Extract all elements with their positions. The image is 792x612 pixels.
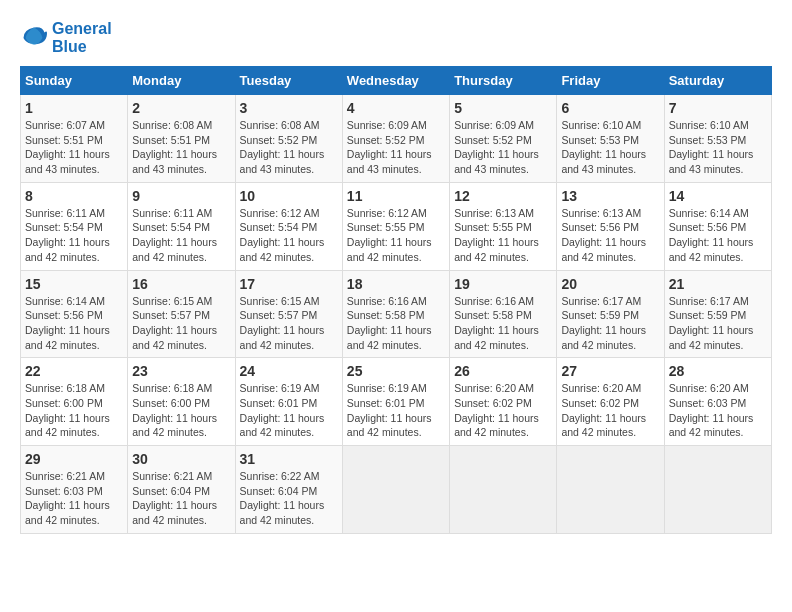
day-info: Sunrise: 6:15 AM Sunset: 5:57 PM Dayligh… (132, 294, 230, 353)
day-number: 20 (561, 276, 659, 292)
day-number: 16 (132, 276, 230, 292)
calendar-week-row: 22 Sunrise: 6:18 AM Sunset: 6:00 PM Dayl… (21, 358, 772, 446)
day-number: 2 (132, 100, 230, 116)
calendar-cell: 29 Sunrise: 6:21 AM Sunset: 6:03 PM Dayl… (21, 446, 128, 534)
day-info: Sunrise: 6:13 AM Sunset: 5:55 PM Dayligh… (454, 206, 552, 265)
page-header: General Blue (20, 20, 772, 56)
day-number: 10 (240, 188, 338, 204)
calendar-cell: 21 Sunrise: 6:17 AM Sunset: 5:59 PM Dayl… (664, 270, 771, 358)
day-number: 31 (240, 451, 338, 467)
calendar-cell: 18 Sunrise: 6:16 AM Sunset: 5:58 PM Dayl… (342, 270, 449, 358)
calendar-cell: 26 Sunrise: 6:20 AM Sunset: 6:02 PM Dayl… (450, 358, 557, 446)
calendar-cell (342, 446, 449, 534)
day-number: 17 (240, 276, 338, 292)
day-info: Sunrise: 6:12 AM Sunset: 5:54 PM Dayligh… (240, 206, 338, 265)
weekday-header-friday: Friday (557, 67, 664, 95)
calendar-table: SundayMondayTuesdayWednesdayThursdayFrid… (20, 66, 772, 534)
day-info: Sunrise: 6:18 AM Sunset: 6:00 PM Dayligh… (132, 381, 230, 440)
day-number: 22 (25, 363, 123, 379)
day-number: 6 (561, 100, 659, 116)
calendar-cell: 12 Sunrise: 6:13 AM Sunset: 5:55 PM Dayl… (450, 182, 557, 270)
calendar-week-row: 15 Sunrise: 6:14 AM Sunset: 5:56 PM Dayl… (21, 270, 772, 358)
calendar-cell: 6 Sunrise: 6:10 AM Sunset: 5:53 PM Dayli… (557, 95, 664, 183)
weekday-header-monday: Monday (128, 67, 235, 95)
calendar-cell: 28 Sunrise: 6:20 AM Sunset: 6:03 PM Dayl… (664, 358, 771, 446)
day-info: Sunrise: 6:20 AM Sunset: 6:02 PM Dayligh… (561, 381, 659, 440)
day-number: 26 (454, 363, 552, 379)
calendar-cell (664, 446, 771, 534)
calendar-cell: 16 Sunrise: 6:15 AM Sunset: 5:57 PM Dayl… (128, 270, 235, 358)
day-number: 21 (669, 276, 767, 292)
day-number: 3 (240, 100, 338, 116)
day-info: Sunrise: 6:15 AM Sunset: 5:57 PM Dayligh… (240, 294, 338, 353)
day-number: 13 (561, 188, 659, 204)
day-info: Sunrise: 6:20 AM Sunset: 6:03 PM Dayligh… (669, 381, 767, 440)
calendar-week-row: 1 Sunrise: 6:07 AM Sunset: 5:51 PM Dayli… (21, 95, 772, 183)
day-info: Sunrise: 6:09 AM Sunset: 5:52 PM Dayligh… (347, 118, 445, 177)
weekday-header-sunday: Sunday (21, 67, 128, 95)
day-number: 5 (454, 100, 552, 116)
day-info: Sunrise: 6:21 AM Sunset: 6:03 PM Dayligh… (25, 469, 123, 528)
calendar-cell: 8 Sunrise: 6:11 AM Sunset: 5:54 PM Dayli… (21, 182, 128, 270)
calendar-cell: 1 Sunrise: 6:07 AM Sunset: 5:51 PM Dayli… (21, 95, 128, 183)
day-number: 28 (669, 363, 767, 379)
day-info: Sunrise: 6:08 AM Sunset: 5:52 PM Dayligh… (240, 118, 338, 177)
day-number: 24 (240, 363, 338, 379)
day-info: Sunrise: 6:17 AM Sunset: 5:59 PM Dayligh… (669, 294, 767, 353)
day-info: Sunrise: 6:08 AM Sunset: 5:51 PM Dayligh… (132, 118, 230, 177)
day-info: Sunrise: 6:19 AM Sunset: 6:01 PM Dayligh… (240, 381, 338, 440)
weekday-header-tuesday: Tuesday (235, 67, 342, 95)
calendar-cell: 20 Sunrise: 6:17 AM Sunset: 5:59 PM Dayl… (557, 270, 664, 358)
day-info: Sunrise: 6:11 AM Sunset: 5:54 PM Dayligh… (25, 206, 123, 265)
day-info: Sunrise: 6:21 AM Sunset: 6:04 PM Dayligh… (132, 469, 230, 528)
calendar-cell: 10 Sunrise: 6:12 AM Sunset: 5:54 PM Dayl… (235, 182, 342, 270)
day-info: Sunrise: 6:12 AM Sunset: 5:55 PM Dayligh… (347, 206, 445, 265)
logo-icon (20, 24, 48, 52)
calendar-cell (557, 446, 664, 534)
day-number: 23 (132, 363, 230, 379)
calendar-week-row: 29 Sunrise: 6:21 AM Sunset: 6:03 PM Dayl… (21, 446, 772, 534)
weekday-header-thursday: Thursday (450, 67, 557, 95)
day-number: 7 (669, 100, 767, 116)
calendar-cell: 9 Sunrise: 6:11 AM Sunset: 5:54 PM Dayli… (128, 182, 235, 270)
calendar-cell: 23 Sunrise: 6:18 AM Sunset: 6:00 PM Dayl… (128, 358, 235, 446)
day-number: 25 (347, 363, 445, 379)
calendar-cell: 15 Sunrise: 6:14 AM Sunset: 5:56 PM Dayl… (21, 270, 128, 358)
day-number: 30 (132, 451, 230, 467)
day-number: 29 (25, 451, 123, 467)
day-info: Sunrise: 6:17 AM Sunset: 5:59 PM Dayligh… (561, 294, 659, 353)
calendar-cell: 3 Sunrise: 6:08 AM Sunset: 5:52 PM Dayli… (235, 95, 342, 183)
calendar-cell: 24 Sunrise: 6:19 AM Sunset: 6:01 PM Dayl… (235, 358, 342, 446)
day-info: Sunrise: 6:07 AM Sunset: 5:51 PM Dayligh… (25, 118, 123, 177)
day-number: 4 (347, 100, 445, 116)
calendar-cell: 7 Sunrise: 6:10 AM Sunset: 5:53 PM Dayli… (664, 95, 771, 183)
day-info: Sunrise: 6:22 AM Sunset: 6:04 PM Dayligh… (240, 469, 338, 528)
weekday-header-wednesday: Wednesday (342, 67, 449, 95)
calendar-week-row: 8 Sunrise: 6:11 AM Sunset: 5:54 PM Dayli… (21, 182, 772, 270)
weekday-header-row: SundayMondayTuesdayWednesdayThursdayFrid… (21, 67, 772, 95)
calendar-cell: 30 Sunrise: 6:21 AM Sunset: 6:04 PM Dayl… (128, 446, 235, 534)
day-info: Sunrise: 6:10 AM Sunset: 5:53 PM Dayligh… (561, 118, 659, 177)
day-info: Sunrise: 6:14 AM Sunset: 5:56 PM Dayligh… (25, 294, 123, 353)
day-info: Sunrise: 6:11 AM Sunset: 5:54 PM Dayligh… (132, 206, 230, 265)
day-number: 15 (25, 276, 123, 292)
day-number: 11 (347, 188, 445, 204)
day-info: Sunrise: 6:20 AM Sunset: 6:02 PM Dayligh… (454, 381, 552, 440)
weekday-header-saturday: Saturday (664, 67, 771, 95)
calendar-cell: 27 Sunrise: 6:20 AM Sunset: 6:02 PM Dayl… (557, 358, 664, 446)
day-number: 27 (561, 363, 659, 379)
day-number: 19 (454, 276, 552, 292)
day-info: Sunrise: 6:16 AM Sunset: 5:58 PM Dayligh… (347, 294, 445, 353)
day-number: 18 (347, 276, 445, 292)
day-info: Sunrise: 6:18 AM Sunset: 6:00 PM Dayligh… (25, 381, 123, 440)
calendar-cell: 19 Sunrise: 6:16 AM Sunset: 5:58 PM Dayl… (450, 270, 557, 358)
calendar-cell: 11 Sunrise: 6:12 AM Sunset: 5:55 PM Dayl… (342, 182, 449, 270)
calendar-cell: 2 Sunrise: 6:08 AM Sunset: 5:51 PM Dayli… (128, 95, 235, 183)
calendar-cell: 5 Sunrise: 6:09 AM Sunset: 5:52 PM Dayli… (450, 95, 557, 183)
day-info: Sunrise: 6:13 AM Sunset: 5:56 PM Dayligh… (561, 206, 659, 265)
calendar-cell: 17 Sunrise: 6:15 AM Sunset: 5:57 PM Dayl… (235, 270, 342, 358)
day-info: Sunrise: 6:16 AM Sunset: 5:58 PM Dayligh… (454, 294, 552, 353)
day-info: Sunrise: 6:10 AM Sunset: 5:53 PM Dayligh… (669, 118, 767, 177)
day-number: 1 (25, 100, 123, 116)
day-info: Sunrise: 6:14 AM Sunset: 5:56 PM Dayligh… (669, 206, 767, 265)
